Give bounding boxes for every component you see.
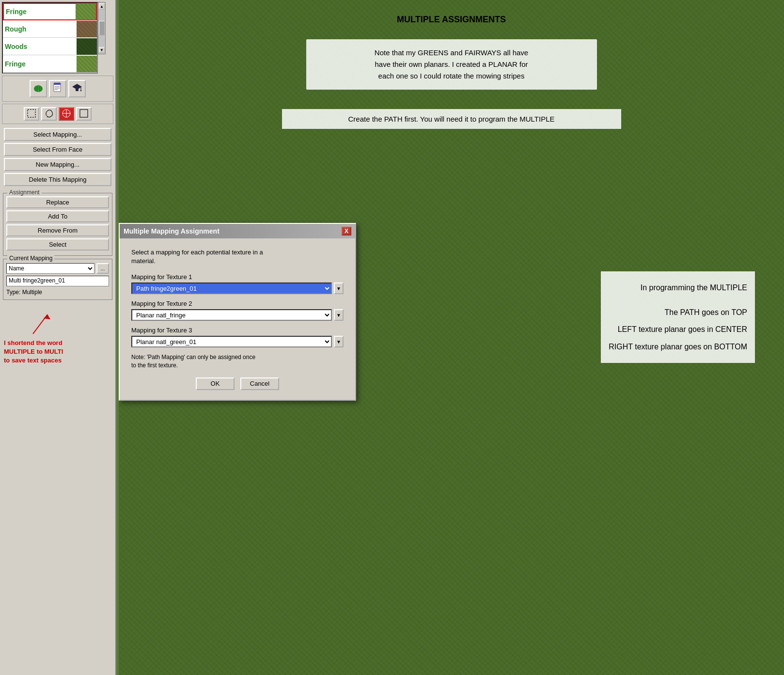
texture-label-fringe-1: Fringe [4, 8, 76, 16]
svg-rect-7 [76, 89, 78, 91]
texture-item-woods[interactable]: Woods [3, 38, 97, 55]
scroll-down-btn[interactable]: ▼ [99, 47, 105, 53]
assignment-group-title: Assignment [7, 189, 42, 196]
remove-from-button[interactable]: Remove From [6, 224, 109, 236]
scroll-thumb[interactable] [99, 21, 105, 35]
delete-mapping-button[interactable]: Delete This Mapping [4, 173, 111, 186]
texture2-select[interactable]: Planar natl_fringe [131, 309, 332, 321]
graduation-icon-btn[interactable] [68, 80, 86, 97]
select-button[interactable]: Select [6, 238, 109, 251]
texture-thumb-fringe-2 [77, 56, 97, 72]
svg-rect-10 [28, 110, 35, 117]
sel-tools-bar [2, 104, 113, 124]
annotation-section: I shortend the word MULTIPLE to MULTI to… [4, 310, 111, 365]
right-info-line4: RIGHT texture planar goes on BOTTOM [609, 338, 747, 355]
leaf-icon-btn[interactable] [30, 80, 47, 97]
annotation-arrow-svg [4, 310, 62, 336]
texture1-select[interactable]: Path fringe2green_01 [131, 283, 332, 294]
select-mapping-button[interactable]: Select Mapping... [4, 128, 111, 141]
square-btn[interactable] [76, 107, 92, 121]
right-info-block: In programming the MULTIPLE The PATH goe… [601, 271, 755, 363]
v-divider [116, 0, 119, 675]
texture-item-fringe-2[interactable]: Fringe [3, 55, 97, 73]
graduation-icon [72, 82, 82, 95]
mapping-name-field: Multi fringe2green_01 [6, 276, 109, 286]
right-info-line1: In programming the MULTIPLE [609, 279, 747, 296]
texture-item-fringe-1[interactable]: Fringe [3, 3, 97, 20]
add-to-button[interactable]: Add To [6, 210, 109, 222]
right-info-line3: LEFT texture planar goes in CENTER [609, 321, 747, 338]
dialog-note: Note: 'Path Mapping' can only be assigne… [131, 353, 344, 370]
svg-point-9 [80, 90, 82, 91]
dialog-body: Select a mapping for each potential text… [120, 238, 355, 400]
texture-item-rough[interactable]: Rough [3, 20, 97, 38]
texture-label-fringe-2: Fringe [3, 60, 77, 68]
info-text-block: Note that my GREENS and FAIRWAYS all hav… [306, 39, 597, 90]
main-content: MULTIPLE ASSIGNMENTS Note that my GREENS… [119, 0, 784, 675]
texture2-row: Mapping for Texture 2 Planar natl_fringe… [131, 300, 344, 321]
multiple-mapping-dialog: Multiple Mapping Assignment X Select a m… [119, 223, 356, 401]
document-icon [52, 82, 63, 95]
replace-button[interactable]: Replace [6, 196, 109, 208]
dialog-close-button[interactable]: X [342, 227, 351, 235]
ok-button[interactable]: OK [196, 377, 235, 390]
texture1-dropdown-btn[interactable]: ▼ [334, 283, 344, 294]
dialog-description: Select a mapping for each potential text… [131, 248, 344, 266]
dialog-titlebar: Multiple Mapping Assignment X [120, 224, 355, 238]
target-btn[interactable] [59, 107, 74, 121]
icon-toolbar [2, 76, 113, 102]
dialog-backdrop: Multiple Mapping Assignment X Select a m… [119, 223, 356, 401]
texture-list-container: Fringe Rough Woods Fringe [2, 2, 113, 74]
new-mapping-button[interactable]: New Mapping... [4, 158, 111, 171]
texture1-row: Mapping for Texture 1 Path fringe2green_… [131, 273, 344, 294]
texture-thumb-fringe-1 [76, 3, 96, 20]
assignment-group: Assignment Replace Add To Remove From Se… [3, 193, 112, 256]
texture3-row: Mapping for Texture 3 Planar natl_green_… [131, 327, 344, 347]
path-text-block: Create the PATH first. You will need it … [282, 109, 621, 129]
texture-list: Fringe Rough Woods Fringe [2, 2, 98, 74]
select-from-face-button[interactable]: Select From Face [4, 143, 111, 156]
mapping-type-row: Type: Multiple [6, 288, 109, 297]
svg-rect-2 [54, 83, 61, 85]
texture2-dropdown-btn[interactable]: ▼ [334, 309, 344, 321]
rect-select-icon [27, 109, 36, 120]
action-buttons-group: Select Mapping... Select From Face New M… [0, 126, 115, 190]
lasso-icon [44, 109, 54, 120]
left-panel: Fringe Rough Woods Fringe [0, 0, 116, 675]
texture-thumb-woods [77, 38, 97, 55]
mapping-browse-button[interactable]: ... [96, 263, 109, 274]
texture3-label: Mapping for Texture 3 [131, 327, 344, 334]
texture-label-woods: Woods [3, 43, 77, 50]
dialog-buttons-row: OK Cancel [131, 377, 344, 390]
texture3-select[interactable]: Planar natl_green_01 [131, 336, 332, 347]
section-title: MULTIPLE ASSIGNMENTS [138, 15, 765, 25]
annotation-text: I shortend the word MULTIPLE to MULTI to… [4, 339, 111, 365]
annotation-label: I shortend the word MULTIPLE to MULTI to… [4, 339, 63, 364]
document-icon-btn[interactable] [49, 80, 66, 97]
cancel-button[interactable]: Cancel [240, 377, 279, 390]
current-mapping-group: Current Mapping Name ... Multi fringe2gr… [3, 259, 112, 300]
target-icon [62, 109, 71, 120]
scroll-up-btn[interactable]: ▲ [99, 3, 105, 9]
texture2-label: Mapping for Texture 2 [131, 300, 344, 307]
leaf-icon [33, 82, 44, 95]
dialog-title: Multiple Mapping Assignment [124, 227, 220, 235]
current-mapping-title: Current Mapping [7, 255, 54, 262]
mapping-name-dropdown[interactable]: Name [6, 263, 94, 274]
arrow-container [4, 310, 111, 339]
texture-list-scrollbar[interactable]: ▲ ▼ [98, 2, 106, 54]
right-info-line2: The PATH goes on TOP [609, 304, 747, 321]
texture1-label: Mapping for Texture 1 [131, 273, 344, 281]
svg-rect-14 [80, 110, 88, 117]
lasso-btn[interactable] [41, 107, 57, 121]
square-icon [79, 109, 89, 120]
texture-label-rough: Rough [3, 25, 77, 33]
rect-select-btn[interactable] [24, 107, 39, 121]
texture-thumb-rough [77, 21, 97, 37]
texture3-dropdown-btn[interactable]: ▼ [334, 336, 344, 347]
